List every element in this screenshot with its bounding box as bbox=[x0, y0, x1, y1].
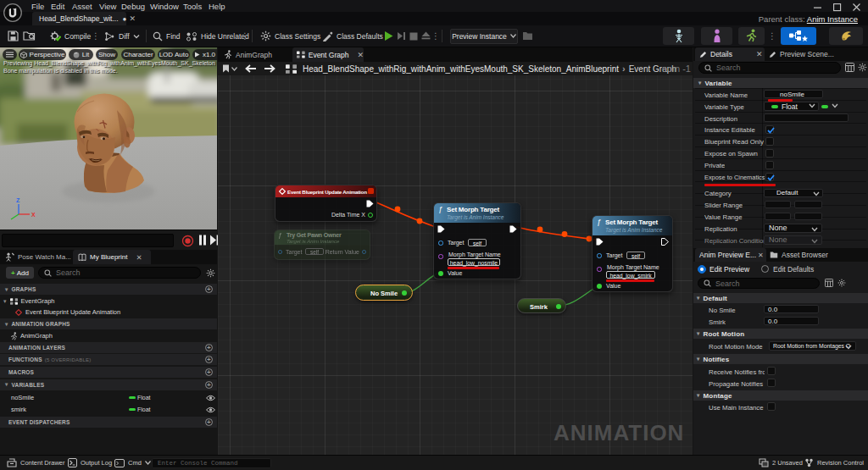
svg-text:Z: Z bbox=[16, 197, 20, 203]
svg-text:X: X bbox=[31, 212, 36, 218]
